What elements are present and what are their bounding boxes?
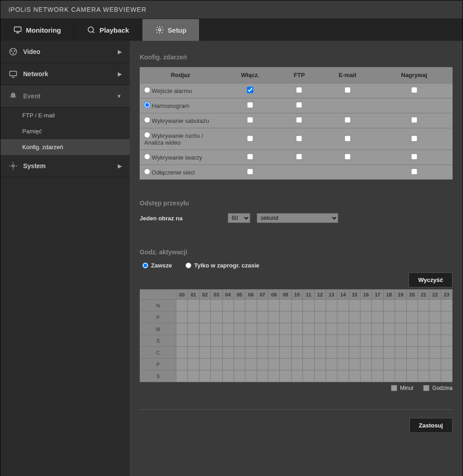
sched-cell-5-18[interactable] — [383, 359, 395, 370]
sched-cell-4-03[interactable] — [211, 347, 222, 359]
tab-playback[interactable]: Playback — [74, 19, 142, 41]
sched-cell-0-00[interactable] — [176, 300, 188, 311]
sched-cell-2-12[interactable] — [314, 323, 326, 335]
sched-cell-3-12[interactable] — [314, 335, 326, 347]
sched-cell-2-11[interactable] — [303, 323, 314, 335]
sched-cell-3-02[interactable] — [199, 335, 210, 347]
sched-cell-6-23[interactable] — [441, 370, 452, 382]
sched-cell-4-04[interactable] — [222, 347, 234, 359]
sched-cell-3-06[interactable] — [245, 335, 257, 347]
sched-cell-6-08[interactable] — [268, 370, 280, 382]
sched-cell-1-13[interactable] — [326, 311, 337, 323]
sched-cell-1-19[interactable] — [395, 311, 406, 323]
sched-cell-3-11[interactable] — [303, 335, 314, 347]
sched-cell-6-20[interactable] — [406, 370, 418, 382]
sched-cell-6-00[interactable] — [176, 370, 188, 382]
sched-cell-0-01[interactable] — [188, 300, 199, 311]
sched-cell-1-03[interactable] — [211, 311, 222, 323]
sched-cell-1-23[interactable] — [441, 311, 452, 323]
sched-cell-0-05[interactable] — [234, 300, 245, 311]
sched-cell-5-08[interactable] — [268, 359, 280, 370]
sched-cell-3-05[interactable] — [234, 335, 245, 347]
sidebar-item-video[interactable]: Video ▶ — [0, 41, 130, 63]
sched-cell-1-15[interactable] — [349, 311, 360, 323]
sched-cell-0-07[interactable] — [257, 300, 268, 311]
sched-cell-1-06[interactable] — [245, 311, 257, 323]
sched-cell-5-22[interactable] — [429, 359, 441, 370]
sched-cell-6-03[interactable] — [211, 370, 222, 382]
sched-cell-3-09[interactable] — [280, 335, 291, 347]
sched-cell-5-05[interactable] — [234, 359, 245, 370]
sched-cell-4-10[interactable] — [291, 347, 302, 359]
sched-cell-5-11[interactable] — [303, 359, 314, 370]
sched-cell-2-23[interactable] — [441, 323, 452, 335]
sched-cell-1-08[interactable] — [268, 311, 280, 323]
sched-cell-4-14[interactable] — [337, 347, 349, 359]
event-record-face[interactable] — [411, 153, 417, 160]
sched-cell-3-03[interactable] — [211, 335, 222, 347]
sched-cell-6-02[interactable] — [199, 370, 210, 382]
apply-button[interactable]: Zastosuj — [409, 418, 453, 433]
sched-cell-0-06[interactable] — [245, 300, 257, 311]
sidebar-item-network[interactable]: Network ▶ — [0, 63, 130, 85]
sched-cell-5-09[interactable] — [280, 359, 291, 370]
sched-cell-4-07[interactable] — [257, 347, 268, 359]
sched-cell-0-04[interactable] — [222, 300, 234, 311]
sched-cell-1-20[interactable] — [406, 311, 418, 323]
sidebar-sub-event-setup[interactable]: Konfig. zdarzeń — [0, 139, 130, 155]
sched-cell-1-16[interactable] — [361, 311, 372, 323]
sched-cell-4-01[interactable] — [188, 347, 199, 359]
sched-cell-2-02[interactable] — [199, 323, 210, 335]
sched-cell-6-12[interactable] — [314, 370, 326, 382]
sched-cell-1-07[interactable] — [257, 311, 268, 323]
sched-cell-0-19[interactable] — [395, 300, 406, 311]
sched-cell-1-12[interactable] — [314, 311, 326, 323]
sched-cell-6-06[interactable] — [245, 370, 257, 382]
sched-cell-0-11[interactable] — [303, 300, 314, 311]
sched-cell-4-11[interactable] — [303, 347, 314, 359]
sched-cell-0-09[interactable] — [280, 300, 291, 311]
sched-cell-4-16[interactable] — [361, 347, 372, 359]
sched-cell-5-20[interactable] — [406, 359, 418, 370]
activation-scheduled-radio[interactable]: Tylko w zaprogr. czasie — [185, 262, 259, 269]
sched-cell-5-19[interactable] — [395, 359, 406, 370]
sched-cell-4-18[interactable] — [383, 347, 395, 359]
activation-scheduled-input[interactable] — [185, 262, 191, 268]
event-radio-face[interactable] — [144, 153, 150, 160]
sched-cell-5-13[interactable] — [326, 359, 337, 370]
sched-cell-0-13[interactable] — [326, 300, 337, 311]
event-enable-tamper[interactable] — [247, 117, 253, 123]
sched-cell-2-22[interactable] — [429, 323, 441, 335]
sched-cell-1-01[interactable] — [188, 311, 199, 323]
sched-cell-6-16[interactable] — [361, 370, 372, 382]
sched-cell-5-23[interactable] — [441, 359, 452, 370]
event-radio-schedule[interactable] — [144, 102, 150, 108]
event-email-tamper[interactable] — [344, 117, 351, 123]
sched-cell-6-17[interactable] — [372, 370, 383, 382]
sched-cell-6-19[interactable] — [395, 370, 406, 382]
sched-cell-3-10[interactable] — [291, 335, 302, 347]
sched-cell-4-06[interactable] — [245, 347, 257, 359]
sched-cell-4-02[interactable] — [199, 347, 210, 359]
sched-cell-5-04[interactable] — [222, 359, 234, 370]
sched-cell-3-23[interactable] — [441, 335, 452, 347]
sched-cell-0-22[interactable] — [429, 300, 441, 311]
sched-cell-4-21[interactable] — [418, 347, 429, 359]
sched-cell-6-10[interactable] — [291, 370, 302, 382]
sched-cell-2-16[interactable] — [361, 323, 372, 335]
sched-cell-1-21[interactable] — [418, 311, 429, 323]
sched-cell-5-21[interactable] — [418, 359, 429, 370]
sched-cell-6-21[interactable] — [418, 370, 429, 382]
sched-cell-3-15[interactable] — [349, 335, 360, 347]
transfer-amount-select[interactable]: 60 — [228, 213, 250, 223]
sched-cell-3-17[interactable] — [372, 335, 383, 347]
event-email-face[interactable] — [344, 153, 351, 160]
sched-cell-6-14[interactable] — [337, 370, 349, 382]
event-radio-motion[interactable] — [144, 131, 150, 138]
clear-button[interactable]: Wyczyść — [409, 272, 453, 287]
sched-cell-1-22[interactable] — [429, 311, 441, 323]
sched-cell-2-07[interactable] — [257, 323, 268, 335]
sched-cell-5-15[interactable] — [349, 359, 360, 370]
sched-cell-6-13[interactable] — [326, 370, 337, 382]
sched-cell-2-18[interactable] — [383, 323, 395, 335]
